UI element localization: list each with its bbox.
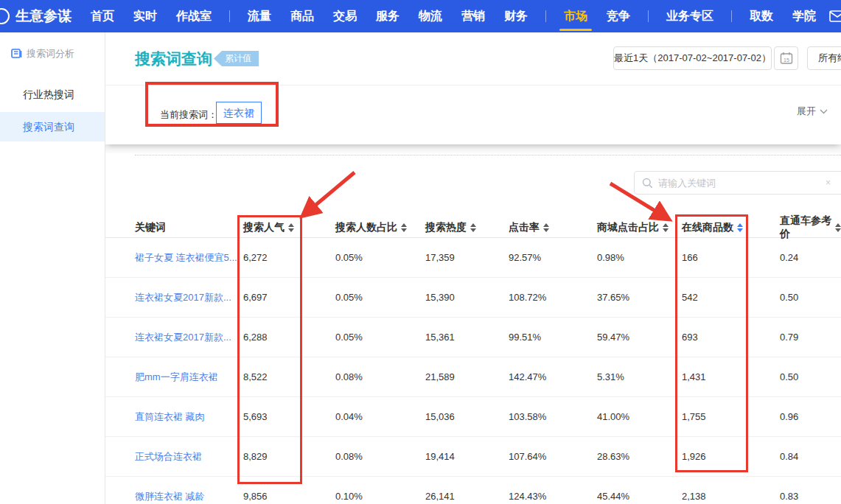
keyword-cell: 正式场合连衣裙 [105, 450, 243, 463]
sort-carets-icon[interactable] [543, 223, 549, 232]
value-cell: 0.98% [590, 252, 682, 263]
value-cell: 0.08% [335, 451, 416, 462]
column-header-在线商品数[interactable]: 在线商品数 [682, 221, 780, 234]
envelope-icon[interactable] [829, 10, 841, 22]
logo-icon [0, 8, 10, 24]
column-label: 直通车参考价 [780, 214, 831, 241]
nav-divider [545, 10, 546, 22]
sidebar-item-行业热搜词[interactable]: 行业热搜词 [0, 80, 105, 109]
nav-item-物流[interactable]: 物流 [419, 0, 442, 32]
column-label: 点击率 [509, 221, 540, 234]
sort-carets-icon[interactable] [288, 223, 294, 232]
column-label: 关键词 [135, 221, 166, 234]
table-row: 肥mm一字肩连衣裙8,5220.08%21,589142.47%5.31%1,4… [105, 357, 841, 397]
search-terms-table: 关键词搜索人气搜索人数占比搜索热度点击率商城点击占比在线商品数直通车参考价 裙子… [105, 214, 841, 504]
calendar-icon[interactable]: 15 [774, 46, 798, 70]
search-input[interactable] [658, 178, 826, 189]
value-cell: 0.10% [335, 491, 416, 502]
table-row: 正式场合连衣裙8,8290.08%19,414107.64%28.63%1,92… [105, 437, 841, 477]
value-cell: 124.43% [509, 491, 590, 502]
value-cell: 1,755 [682, 411, 780, 422]
nav-divider [229, 10, 230, 22]
date-range-selector[interactable]: 最近1天（2017-07-02~2017-07-02） [613, 46, 772, 70]
nav-item-取数[interactable]: 取数 [750, 0, 773, 32]
keyword-link[interactable]: 微胖连衣裙 减龄 [135, 491, 205, 502]
keyword-link[interactable]: 正式场合连衣裙 [135, 451, 202, 462]
column-label: 在线商品数 [682, 221, 733, 234]
search-icon [642, 178, 653, 189]
nav-item-业务专区[interactable]: 业务专区 [666, 0, 713, 32]
nav-item-学院[interactable]: 学院 [792, 0, 816, 32]
chevron-down-icon [820, 109, 828, 114]
value-cell: 92.57% [509, 252, 590, 263]
column-label: 搜索人数占比 [335, 221, 397, 234]
sidebar-menu: 行业热搜词搜索词查询 [0, 80, 105, 141]
nav-items: 首页实时作战室流量商品交易服务物流营销财务市场竞争业务专区取数学院 [91, 0, 835, 32]
nav-item-流量[interactable]: 流量 [248, 0, 271, 32]
nav-item-交易[interactable]: 交易 [333, 0, 357, 32]
nav-item-营销[interactable]: 营销 [461, 0, 485, 32]
keyword-cell: 连衣裙女夏2017新款... [105, 291, 243, 304]
app-logo[interactable]: 生意参谋 [0, 7, 71, 26]
table-header-row: 关键词搜索人气搜索人数占比搜索热度点击率商城点击占比在线商品数直通车参考价 [105, 214, 841, 238]
expand-label: 展开 [797, 105, 816, 118]
keyword-link[interactable]: 肥mm一字肩连衣裙 [135, 371, 218, 382]
nav-item-竞争[interactable]: 竞争 [607, 0, 630, 32]
keyword-link[interactable]: 裙子女夏 连衣裙便宜5... [135, 252, 237, 263]
value-cell: 19,414 [416, 451, 509, 462]
column-header-关键词: 关键词 [105, 221, 243, 234]
value-cell: 0.83 [780, 491, 841, 502]
sidebar-item-搜索词查询[interactable]: 搜索词查询 [0, 112, 105, 141]
sort-carets-icon[interactable] [835, 223, 841, 232]
value-cell: 6,697 [243, 292, 335, 303]
value-cell: 166 [682, 252, 780, 263]
column-header-搜索热度[interactable]: 搜索热度 [416, 221, 509, 234]
value-cell: 1,431 [682, 371, 780, 382]
nav-divider [648, 10, 649, 22]
keyword-cell: 连衣裙女夏2017新款... [105, 331, 243, 344]
column-header-直通车参考价[interactable]: 直通车参考价 [780, 214, 841, 241]
column-label: 搜索热度 [425, 221, 467, 234]
column-header-商城点击占比[interactable]: 商城点击占比 [590, 221, 682, 234]
keyword-cell: 裙子女夏 连衣裙便宜5... [105, 251, 243, 265]
value-cell: 0.05% [335, 292, 416, 303]
sort-carets-icon[interactable] [470, 223, 476, 232]
logo-text: 生意参谋 [15, 7, 71, 26]
nav-item-服务[interactable]: 服务 [376, 0, 399, 32]
sort-carets-icon[interactable] [663, 223, 669, 232]
value-cell: 0.50 [780, 292, 841, 303]
column-header-搜索人气[interactable]: 搜索人气 [243, 221, 335, 234]
current-keyword-chip[interactable]: 连衣裙 [216, 102, 262, 124]
keyword-link[interactable]: 直筒连衣裙 藏肉 [135, 411, 205, 422]
cumulative-badge: 累计值 [214, 51, 259, 66]
sort-carets-icon[interactable] [401, 223, 407, 232]
nav-item-首页[interactable]: 首页 [91, 0, 114, 32]
value-cell: 6,272 [243, 252, 335, 263]
nav-divider [731, 10, 732, 22]
clear-search-icon[interactable]: × [826, 178, 831, 188]
keyword-link[interactable]: 连衣裙女夏2017新款... [135, 332, 231, 343]
value-cell: 2,138 [682, 491, 780, 502]
value-cell: 45.44% [590, 491, 682, 502]
value-cell: 107.64% [509, 451, 590, 462]
nav-item-财务[interactable]: 财务 [504, 0, 528, 32]
nav-item-市场[interactable]: 市场 [564, 0, 587, 32]
value-cell: 5.31% [590, 371, 682, 382]
column-header-搜索人数占比[interactable]: 搜索人数占比 [335, 221, 416, 234]
value-cell: 6,288 [243, 332, 335, 343]
expand-toggle[interactable]: 展开 [797, 105, 828, 118]
nav-item-实时[interactable]: 实时 [133, 0, 157, 32]
table-row: 裙子女夏 连衣裙便宜5...6,2720.05%17,35992.57%0.98… [105, 238, 841, 278]
value-cell: 17,359 [416, 252, 509, 263]
sidebar-section-label: 搜索词分析 [27, 47, 74, 60]
value-cell: 8,829 [243, 451, 335, 462]
value-cell: 0.08% [335, 371, 416, 382]
table-row: 微胖连衣裙 减龄9,8560.10%26,141124.43%45.44%2,1… [105, 477, 841, 504]
column-header-点击率[interactable]: 点击率 [509, 221, 590, 234]
nav-item-作战室[interactable]: 作战室 [176, 0, 212, 32]
nav-item-商品[interactable]: 商品 [290, 0, 314, 32]
value-cell: 15,036 [416, 411, 509, 422]
terminal-selector[interactable]: 所有终端 [807, 46, 841, 70]
keyword-link[interactable]: 连衣裙女夏2017新款... [135, 292, 231, 303]
sort-carets-icon[interactable] [737, 223, 743, 232]
